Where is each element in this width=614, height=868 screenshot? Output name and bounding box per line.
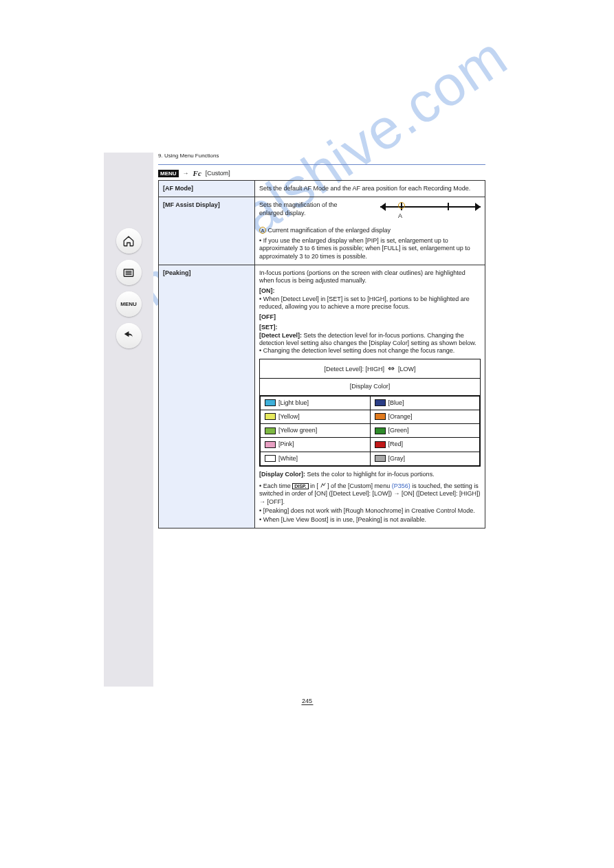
circle-a-icon: A [259,227,266,234]
peaking-icon [320,482,326,488]
arrow-text: → [183,170,189,177]
row-label: [MF Assist Display] [159,197,255,265]
display-color-body: Sets the color to highlight for in-focus… [307,471,435,478]
row-label: [AF Mode] [159,181,255,197]
table-row: [Pink][Red] [261,438,480,452]
list-icon[interactable] [116,260,142,285]
color-cell: [Gray] [370,452,480,465]
row-desc: Sets the magnification of the enlarged d… [255,197,485,265]
row-desc: In-focus portions (portions on the scree… [255,265,485,528]
color-cell: [Blue] [370,396,480,410]
back-icon[interactable] [116,323,142,348]
table-row: [Yellow green][Green] [261,424,480,438]
page-link[interactable]: (P356) [392,482,410,489]
color-table: [Light blue][Blue][Yellow][Orange][Yello… [260,396,480,466]
magnify-slider: A [380,201,481,212]
table-row: [AF Mode] Sets the default AF Mode and t… [159,181,485,197]
color-cell: [Light blue] [261,396,371,410]
set-label: [SET]: [259,324,278,331]
triangle-right-icon [475,203,481,211]
table-row: [White][Gray] [261,452,480,465]
on-body: When [Detect Level] in [SET] is set to [… [259,296,470,310]
foot2: [Peaking] does not work with [Rough Mono… [263,507,475,514]
row-desc: Sets the default AF Mode and the AF area… [255,181,485,197]
table-row: [Yellow][Orange] [261,410,480,423]
page-number: 245 [301,698,313,704]
left-sidebar: MENU [104,153,153,687]
off-label: [OFF] [259,313,276,320]
bullet-text: If you use the enlarged display when [PI… [259,237,470,260]
foot1-pre: Each time [263,482,293,489]
color-cell: [Green] [370,424,480,438]
color-cell: [Orange] [370,410,480,423]
color-cell: [Red] [370,438,480,452]
page-content: 9. Using Menu Functions MENU → Fc [Custo… [158,153,485,528]
menu-chip: MENU [158,170,179,177]
custom-label: [Custom] [206,170,230,177]
label-A: A [398,212,402,220]
color-cell: [Yellow] [261,410,371,423]
color-cell: [Yellow green] [261,424,371,438]
detect-level-label: [Detect Level]: [259,332,302,339]
ib-left: [Detect Level]: [HIGH] [324,366,384,372]
ib-right: [LOW] [398,366,416,372]
home-icon[interactable] [116,228,142,254]
on-label: [ON]: [259,287,275,294]
detect-level-note: Changing the detection level setting doe… [263,347,455,354]
color-cell: [Pink] [261,438,371,452]
foot1-mid: in [ [309,482,320,489]
display-color-label: [Display Color]: [259,471,305,478]
breadcrumb: 9. Using Menu Functions [158,153,485,159]
ib-sub: [Display Color] [260,379,480,395]
foot3: When [Live View Boost] is in use, [Peaki… [263,516,426,523]
foot1-mid2: ] of the [Custom] menu [326,482,392,489]
color-mapping-box: [Detect Level]: [HIGH] ⇔ [LOW] [Display … [259,359,481,467]
double-arrow-icon: ⇔ [388,364,395,374]
peaking-intro: In-focus portions (portions on the scree… [259,269,481,285]
table-row: [Peaking] In-focus portions (portions on… [159,265,485,528]
menu-icon[interactable]: MENU [116,291,142,317]
color-cell: [White] [261,452,371,465]
row-label: [Peaking] [159,265,255,528]
a-desc: Current magnification of the enlarged di… [268,227,391,234]
lead-text: Sets the magnification of the enlarged d… [259,201,349,217]
table-row: [MF Assist Display] Sets the magnificati… [159,197,485,265]
fc-icon: Fc [193,169,201,177]
table-row: [Light blue][Blue] [261,396,480,410]
disp-chip: DISP. [292,483,308,489]
settings-table: [AF Mode] Sets the default AF Mode and t… [158,180,485,528]
menu-path: MENU → Fc [Custom] [158,169,485,180]
